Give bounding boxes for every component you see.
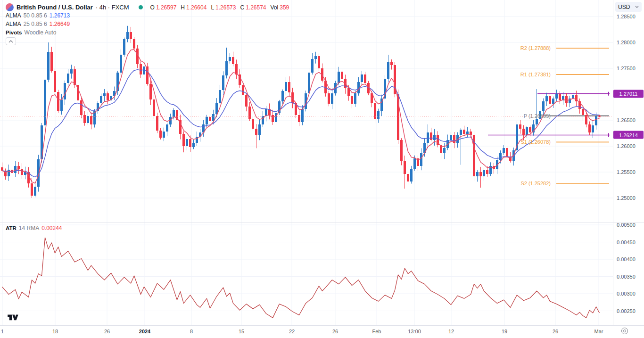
axis-divider	[613, 0, 613, 338]
price-axis[interactable]: USD 1.285001.280001.275001.265001.260001…	[613, 0, 644, 325]
atr-tick: 0.00350	[617, 274, 636, 280]
atr-params: 14 RMA	[19, 225, 39, 231]
pivot-label-s1: S1 (1.26078)	[520, 139, 551, 145]
pivot-label-p: P (1.26585)	[524, 113, 551, 119]
atr-tick: 0.00400	[617, 256, 636, 262]
time-tick: 18	[52, 329, 58, 334]
low-value: 1.26573	[215, 4, 236, 11]
alma25-params: 25 0.85 6	[24, 21, 47, 27]
atr-tick: 0.00250	[617, 308, 636, 314]
symbol-details[interactable]: · 4h · FXCM	[96, 4, 129, 11]
time-tick: 8	[190, 329, 193, 334]
time-tick: Mar	[594, 329, 603, 334]
price-tick: 1.26500	[617, 117, 636, 123]
volume-label: Vol	[271, 4, 279, 11]
currency-label: USD	[618, 4, 630, 10]
open-label: O	[150, 4, 155, 11]
drawn-level-price-label: 1.26214	[613, 131, 644, 139]
pane-divider[interactable]	[0, 223, 644, 223]
atr-value: 0.00244	[41, 225, 62, 231]
tradingview-chart-app: British Pound / U.S. Dollar · 4h · FXCM …	[0, 0, 644, 338]
atr-tick: 0.00450	[617, 239, 636, 245]
scale-settings-icon[interactable]	[621, 328, 628, 334]
time-tick: Feb	[372, 329, 381, 334]
pivot-label-r1: R1 (1.27381)	[520, 72, 551, 77]
pivots-params: Woodie Auto	[25, 29, 57, 36]
close-label: C	[240, 4, 244, 11]
symbol-icon	[6, 3, 14, 11]
pivot-label-s2: S2 (1.25282)	[520, 181, 551, 186]
time-tick: 15	[239, 329, 244, 334]
legend-alma50[interactable]: ALMA 50 0.85 6 1.26713	[6, 12, 70, 19]
time-tick: 2024	[139, 329, 150, 334]
legend-collapse-button[interactable]	[6, 37, 16, 45]
chevron-down-icon	[635, 6, 639, 8]
time-tick: 19	[502, 329, 507, 334]
atr-tick: 0.00300	[617, 291, 636, 297]
time-tick: 12	[448, 329, 454, 334]
alma25-name: ALMA	[6, 21, 21, 27]
time-tick: 26	[553, 329, 558, 334]
ohlc-readout: O1.26597 H1.26604 L1.26573 C1.26574 Vol3…	[150, 4, 289, 11]
volume-value: 359	[280, 4, 289, 11]
symbol-title[interactable]: British Pound / U.S. Dollar	[17, 4, 93, 11]
close-value: 1.26574	[246, 4, 266, 11]
price-tick: 1.27500	[617, 66, 636, 71]
pivots-name: Pivots	[6, 30, 22, 35]
tradingview-logo[interactable]	[7, 313, 19, 323]
high-value: 1.26604	[186, 4, 206, 11]
time-tick: 22	[289, 329, 295, 334]
legend-atr[interactable]: ATR 14 RMA 0.00244	[6, 225, 62, 231]
time-tick: 1	[1, 329, 4, 334]
tradingview-logo-icon	[7, 313, 19, 322]
time-tick: 26	[332, 329, 338, 334]
price-tick: 1.28000	[617, 40, 636, 45]
chevron-up-icon	[8, 40, 13, 43]
alma50-params: 50 0.85 6	[24, 12, 47, 19]
time-axis[interactable]: 1182620248152226Feb13:00121926Mar	[0, 326, 644, 338]
chart-canvas[interactable]: British Pound / U.S. Dollar · 4h · FXCM …	[0, 0, 613, 325]
currency-selector[interactable]: USD	[615, 2, 642, 12]
time-tick: 26	[104, 329, 110, 334]
alma50-name: ALMA	[6, 12, 21, 19]
price-tick: 1.26000	[617, 143, 636, 149]
price-tick: 1.25000	[617, 195, 636, 201]
legend-pivots[interactable]: Pivots Woodie Auto	[6, 29, 56, 36]
legend-alma25[interactable]: ALMA 25 0.85 6 1.26649	[6, 21, 70, 27]
open-value: 1.26597	[156, 4, 176, 11]
alma25-value: 1.26649	[50, 21, 70, 27]
atr-name: ATR	[6, 225, 17, 231]
drawn-level-price-label: 1.27011	[613, 90, 644, 98]
price-tick: 1.25500	[617, 169, 636, 175]
low-label: L	[211, 4, 214, 11]
alma50-value: 1.26713	[50, 12, 70, 19]
time-tick: 13:00	[408, 329, 421, 334]
pivot-label-r2: R2 (1.27888)	[520, 45, 551, 51]
market-status-dot	[139, 5, 143, 9]
high-label: H	[181, 4, 185, 11]
price-tick: 1.28500	[617, 14, 636, 19]
